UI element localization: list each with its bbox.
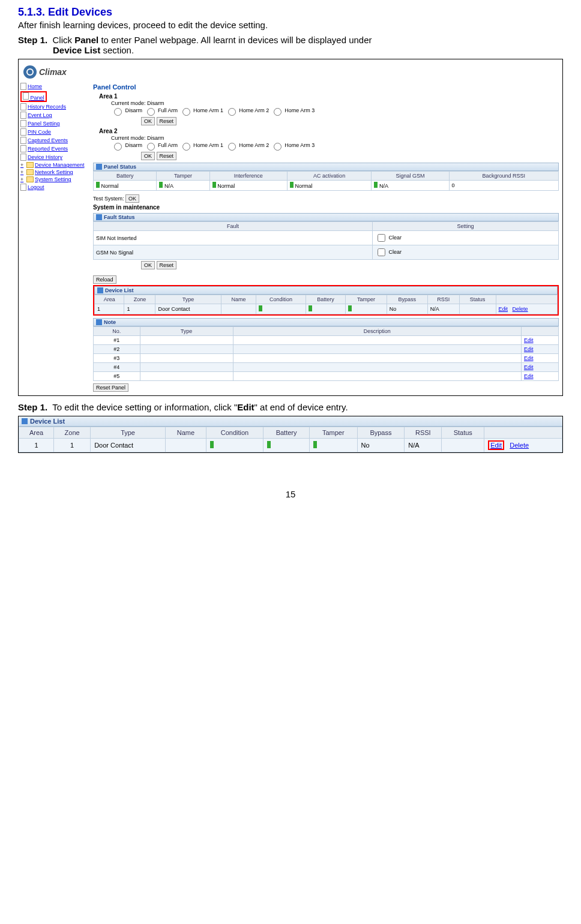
nav-logout[interactable]: Logout bbox=[20, 183, 89, 191]
status-green-icon bbox=[290, 182, 294, 188]
nav-devhist-label: Device History bbox=[28, 154, 62, 160]
area2-home1[interactable]: Home Arm 1 bbox=[179, 142, 224, 148]
test-system-label: Test System: bbox=[93, 196, 124, 202]
nav-panelsetting-label: Panel Setting bbox=[28, 121, 60, 127]
radio-disarm-a2[interactable] bbox=[114, 143, 122, 151]
screenshot-device-list: Device List Area Zone Type Name Conditio… bbox=[18, 416, 563, 453]
panel-highlight-box: Panel bbox=[20, 91, 47, 102]
area1-home1[interactable]: Home Arm 1 bbox=[179, 107, 224, 113]
th-ac: AC activation bbox=[287, 172, 371, 181]
nav-system[interactable]: +System Setting bbox=[20, 176, 89, 183]
device-list-table-2: Area Zone Type Name Condition Battery Ta… bbox=[19, 427, 562, 452]
note-edit-3[interactable]: Edit bbox=[524, 355, 534, 361]
nav-reported[interactable]: Reported Events bbox=[20, 145, 89, 153]
nav-event-log[interactable]: Event Log bbox=[20, 111, 89, 119]
nav-network[interactable]: +Network Setting bbox=[20, 169, 89, 176]
radio-home1-a1[interactable] bbox=[182, 108, 190, 116]
opt-home2-label2: Home Arm 2 bbox=[239, 142, 269, 148]
intro-text: After finish learning devices, proceed t… bbox=[18, 20, 563, 30]
note-edit-5[interactable]: Edit bbox=[524, 373, 534, 379]
section-number: 5.1.3. bbox=[18, 6, 45, 18]
th-tamper: Tamper bbox=[157, 172, 209, 181]
area2-title: Area 2 bbox=[99, 128, 559, 134]
area2-reset-button[interactable]: Reset bbox=[157, 152, 177, 160]
area1-ok-button[interactable]: OK bbox=[141, 117, 155, 125]
note-row: #5Edit bbox=[94, 372, 559, 381]
section-title-text: Edit Devices bbox=[48, 6, 112, 18]
edit-link-2[interactable]: Edit bbox=[490, 442, 502, 449]
td2-name bbox=[165, 439, 206, 452]
radio-home3-a1[interactable] bbox=[274, 108, 281, 116]
device-list-bar: Device List bbox=[94, 286, 558, 295]
logo-area: Climax bbox=[19, 59, 562, 81]
th-no: No. bbox=[94, 327, 140, 336]
th2-type: Type bbox=[91, 427, 166, 439]
nav-panel[interactable]: Panel bbox=[20, 91, 89, 103]
step1-devicelist-word: Device List bbox=[53, 45, 100, 55]
fault-row1-setting: Clear bbox=[373, 231, 559, 245]
expand-icon[interactable]: + bbox=[20, 176, 25, 182]
td2-condition bbox=[206, 439, 263, 452]
area1-fullarm[interactable]: Full Arm bbox=[144, 107, 178, 113]
area2-fullarm[interactable]: Full Arm bbox=[144, 142, 178, 148]
area1-disarm[interactable]: Disarm bbox=[111, 107, 142, 113]
test-system-ok-button[interactable]: OK bbox=[125, 194, 139, 203]
val-na1: N/A bbox=[164, 183, 173, 189]
status-green-icon bbox=[159, 182, 163, 188]
clear-checkbox-1[interactable] bbox=[378, 234, 385, 242]
radio-home3-a2[interactable] bbox=[274, 143, 281, 151]
clear-checkbox-2[interactable] bbox=[378, 248, 385, 256]
note-bar: Note bbox=[93, 318, 559, 326]
note-edit-1[interactable]: Edit bbox=[524, 337, 534, 343]
area1-reset-button[interactable]: Reset bbox=[157, 117, 177, 125]
radio-disarm-a1[interactable] bbox=[114, 108, 122, 116]
nav-captured[interactable]: Captured Events bbox=[20, 136, 89, 145]
th2-rssi: RSSI bbox=[405, 427, 442, 439]
radio-home1-a2[interactable] bbox=[182, 143, 190, 151]
expand-icon[interactable]: + bbox=[20, 162, 25, 168]
delete-link[interactable]: Delete bbox=[513, 306, 528, 312]
td-name bbox=[221, 304, 256, 314]
area1-mode-value: Disarm bbox=[147, 100, 164, 106]
nav-home[interactable]: Home bbox=[20, 82, 89, 91]
nav-history[interactable]: History Records bbox=[20, 103, 89, 111]
fault-ok-button[interactable]: OK bbox=[141, 261, 155, 269]
arrow-icon bbox=[96, 214, 102, 220]
reset-panel-button[interactable]: Reset Panel bbox=[93, 383, 128, 392]
note-desc-1 bbox=[233, 336, 522, 345]
radio-fullarm-a2[interactable] bbox=[147, 143, 155, 151]
radio-home2-a2[interactable] bbox=[228, 143, 236, 151]
nav-device-history[interactable]: Device History bbox=[20, 153, 89, 161]
device-list-title-2: Device List bbox=[30, 418, 65, 425]
reload-button[interactable]: Reload bbox=[93, 275, 116, 284]
note-desc-5 bbox=[233, 372, 522, 381]
area2-ok-button[interactable]: OK bbox=[141, 152, 155, 160]
radio-fullarm-a1[interactable] bbox=[147, 108, 155, 116]
note-type-1 bbox=[140, 336, 233, 345]
th-nactions bbox=[522, 327, 559, 336]
area1-home2[interactable]: Home Arm 2 bbox=[225, 107, 269, 113]
note-edit-2[interactable]: Edit bbox=[524, 346, 534, 352]
step2-label: Step 1. bbox=[18, 402, 47, 412]
th2-status: Status bbox=[442, 427, 484, 439]
expand-icon[interactable]: + bbox=[20, 169, 25, 175]
note-type-3 bbox=[140, 354, 233, 363]
area2-disarm[interactable]: Disarm bbox=[111, 142, 142, 148]
device-row: 1 1 Door Contact No N/A Edit Delete bbox=[95, 304, 558, 314]
delete-link-2[interactable]: Delete bbox=[510, 442, 529, 449]
area2-home2[interactable]: Home Arm 2 bbox=[225, 142, 269, 148]
note-no-4: #4 bbox=[94, 363, 140, 372]
note-no-2: #2 bbox=[94, 345, 140, 354]
radio-home2-a1[interactable] bbox=[228, 108, 236, 116]
fault-reset-button[interactable]: Reset bbox=[157, 261, 177, 269]
area2-home3[interactable]: Home Arm 3 bbox=[271, 142, 315, 148]
note-edit-4[interactable]: Edit bbox=[524, 364, 534, 370]
note-type-4 bbox=[140, 363, 233, 372]
area1-home3[interactable]: Home Arm 3 bbox=[271, 107, 315, 113]
nav-pin-code[interactable]: PIN Code bbox=[20, 128, 89, 136]
nav-device-mgmt[interactable]: +Device Management bbox=[20, 161, 89, 169]
nav-panel-setting[interactable]: Panel Setting bbox=[20, 119, 89, 128]
edit-link[interactable]: Edit bbox=[499, 306, 508, 312]
th2-bypass: Bypass bbox=[357, 427, 405, 439]
page-icon bbox=[20, 128, 26, 136]
